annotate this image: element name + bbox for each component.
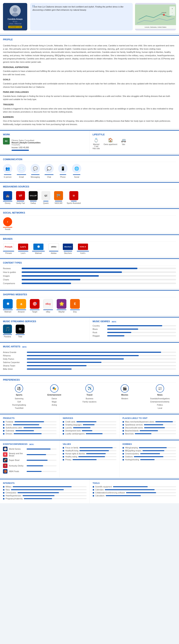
lifestyle-section: LIFESTYLE 💍 Married1 kidHas cats 🏠 Owns … [90, 131, 179, 154]
place-bars: Bars/clubs [123, 433, 176, 435]
event-nba-finals: 🏀 NBA Finals [3, 469, 56, 474]
reggae-bar-container [107, 335, 176, 336]
van-icon: 🚐 [121, 138, 126, 142]
news-items: Scandals/InvestigationsEntertainment/cel… [150, 397, 170, 410]
preferences-section: PREFERENCES ⚽ Sports SwimmingGolfRunning… [0, 376, 179, 412]
tidal-name: Tidal [18, 336, 22, 338]
outerwear-dot [3, 430, 4, 432]
events-values-hobbies: EVENTS/CONFERENCES BETA ⚾ World Series B… [0, 440, 179, 477]
bars-bar-container [135, 433, 176, 434]
messaging-label: Messaging [31, 176, 40, 178]
nascar-bar [55, 201, 62, 202]
si-logo: SI [69, 191, 78, 200]
spas-bar [144, 424, 163, 425]
scientific-bar-container [113, 486, 176, 487]
loyalty-bar-container [86, 433, 116, 434]
devtools-dot [63, 430, 64, 432]
travel-items: BusinessFamily vacations [83, 397, 96, 404]
social-icon: 🌐 [72, 164, 81, 173]
shop-target-bar [30, 310, 39, 310]
communication-items: 👥 In person ✉️ Email 💬 Messaging 💭 Chat … [3, 164, 176, 178]
sabrina-label: Sabrina Carpenter [3, 361, 25, 364]
svg-point-4 [163, 14, 165, 16]
crime-label: Crime/justice [5, 492, 16, 494]
social-networks-title: SOCIAL NETWORKS [3, 212, 176, 216]
in-person-label: In person [4, 176, 11, 178]
bbq-dot [123, 450, 124, 452]
laundry-label: Laundry [65, 427, 72, 429]
suits-label: Suits/business attire [5, 427, 22, 429]
lifestyle-van-label: Van [122, 143, 125, 146]
music-artists-section: MUSIC ARTISTS BETA Ariana Grande Rihanna… [0, 342, 179, 374]
lifestyle-item-van: 🚐 Van [121, 138, 126, 150]
devtools-label: Development tools [65, 430, 81, 432]
shania-bar [27, 365, 87, 366]
media-quartz: QZ Quartz [41, 191, 50, 204]
vanity-fair-name: Vanity Fair [16, 202, 25, 204]
tool-collab: Collaboration/conferencing software [93, 492, 176, 494]
pandora-bar [3, 334, 12, 335]
event-super-bowl: 🏈 Super Bowl [3, 458, 56, 462]
work-company: Resort Lifestyle Communities [11, 142, 40, 144]
genres-title: MUSIC GENRES BETA [93, 320, 176, 323]
comparisons-label: Comparisons [3, 282, 20, 284]
comparisons-bar [22, 282, 71, 284]
blues-bar [107, 328, 138, 330]
rihanna-label: Rihanna [3, 354, 25, 357]
travel-title: Travel [87, 394, 92, 396]
sabrina-bar-container [27, 362, 176, 363]
lifestyle-apartment-label: Owns apartment [104, 143, 117, 146]
social-networks-section: SOCIAL NETWORKS r Reddit [0, 208, 179, 233]
content-comparisons: Comparisons [3, 282, 176, 284]
jewelry-label: Jewelry [5, 424, 12, 426]
hobby-bbq: BBQ/grilling recipes [123, 450, 176, 452]
pref-news: 📰 News Scandals/InvestigationsEntertainm… [144, 384, 176, 410]
dresses-bar [14, 433, 42, 434]
goals-title: GOALS [3, 78, 176, 82]
avatar [9, 5, 21, 16]
shop-etsy-bar [70, 310, 80, 310]
media-section: MEDIA/NEWS SOURCES 🏰 Disney VF Vanity Fa… [0, 182, 179, 207]
social-grid: r Reddit [3, 217, 176, 230]
service-credit: Credit cards [63, 421, 116, 423]
mass-dot [123, 421, 124, 422]
shop-amazon-name: Amazon [18, 311, 25, 313]
media-si: SI Sports Illustrated [67, 191, 81, 204]
dolly-bar [27, 358, 124, 360]
disney-bar [3, 201, 12, 202]
ariana-label: Ariana Grande [3, 351, 25, 353]
dolly-label: Dolly Parton [3, 358, 25, 360]
rights-dot [63, 453, 64, 454]
value-rights: Human rights & liberties [63, 453, 116, 455]
pref-sports: ⚽ Sports SwimmingGolfRunning/walkingTrac… [3, 384, 35, 410]
product-dresses: Dresses [3, 433, 56, 435]
kentucky-derby-label: Kentucky Derby [9, 464, 25, 467]
hobby-outdoors: Outdoors [123, 456, 176, 458]
tidal-bar [16, 334, 25, 335]
shop-wayfair-bar [57, 310, 66, 310]
lifestyle-married-label: Married1 kidHas cats [93, 143, 100, 150]
nba-finals-bar [27, 471, 42, 472]
country-bar [107, 325, 163, 326]
jewelry-dot [3, 424, 4, 426]
news-icon: 📰 [156, 384, 164, 392]
discount-bar-container [144, 427, 176, 428]
reviews-label: Reviews [3, 267, 20, 270]
ceramics-dot [123, 453, 124, 454]
scripting-label: Scripting languages [65, 424, 82, 426]
calculators-label: Calculators [95, 495, 105, 497]
calculators-bar-container [106, 495, 176, 496]
places-title: PLACES LIKELY TO VISIT [123, 417, 176, 419]
beauty-beast-icon: B [3, 452, 7, 457]
gallup-name: Gallup [30, 202, 36, 204]
reggae-bar [107, 335, 124, 336]
interest-pregnancy: Pregnancy/maternity [3, 498, 87, 500]
profile-link[interactable]: JCPENNEY.COM [8, 26, 22, 28]
shopping-title: SHOPPING WEBSITES [3, 293, 176, 297]
images-bar [22, 275, 99, 277]
events-badge: BETA [29, 443, 34, 446]
shania-label: Shania Twain [3, 364, 25, 367]
event-beauty-beast: B Beauty and the Beast [3, 452, 56, 457]
profile-card: Candela Araujo 33 y.o. Urban, Millennial… [3, 3, 27, 30]
lifestyle-items: 💍 Married1 kidHas cats 🏠 Owns apartment … [93, 138, 176, 150]
